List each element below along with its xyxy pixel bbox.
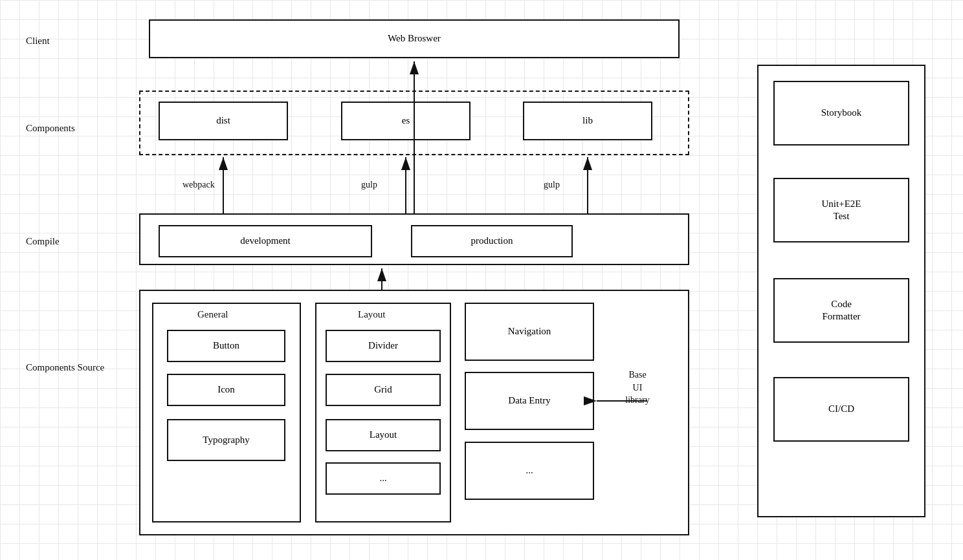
general-label: General <box>197 309 228 320</box>
typography-box: Typogra­phy <box>167 419 285 461</box>
compile-label: Compile <box>26 236 60 247</box>
layout-ellipsis-box: ... <box>326 462 441 495</box>
layout-item-box: Layout <box>326 419 441 451</box>
components-label: Components <box>26 123 75 134</box>
storybook-box: Storybook <box>773 81 909 145</box>
diagram-container: Client Components Compile Components Sou… <box>0 0 963 560</box>
components-source-label: Components Source <box>26 362 104 373</box>
grid-box: Grid <box>326 374 441 406</box>
gulp2-label: gulp <box>544 180 560 190</box>
webpack-label: webpack <box>183 180 215 190</box>
divider-box: Divider <box>326 330 441 362</box>
gulp1-label: gulp <box>361 180 377 190</box>
data-entry-box: Data Entry <box>465 372 594 430</box>
unit-e2e-box: Unit+E2E Test <box>773 178 909 242</box>
es-box: es <box>341 102 470 140</box>
base-ui-label: BaseUIlibrary <box>608 369 667 407</box>
ci-cd-box: CI/CD <box>773 377 909 442</box>
button-box: Button <box>167 330 285 362</box>
development-box: development <box>159 225 372 257</box>
web-browser-box: Web Broswer <box>149 19 680 58</box>
code-formatter-box: Code Formatter <box>773 278 909 343</box>
lib-box: lib <box>523 102 652 140</box>
source-ellipsis-box: ... <box>465 442 594 500</box>
layout-group-label: Layout <box>358 309 386 320</box>
icon-box: Icon <box>167 374 285 406</box>
production-box: production <box>411 225 573 257</box>
client-label: Client <box>26 36 50 47</box>
dist-box: dist <box>159 102 288 140</box>
navigation-box: Navigation <box>465 303 594 361</box>
